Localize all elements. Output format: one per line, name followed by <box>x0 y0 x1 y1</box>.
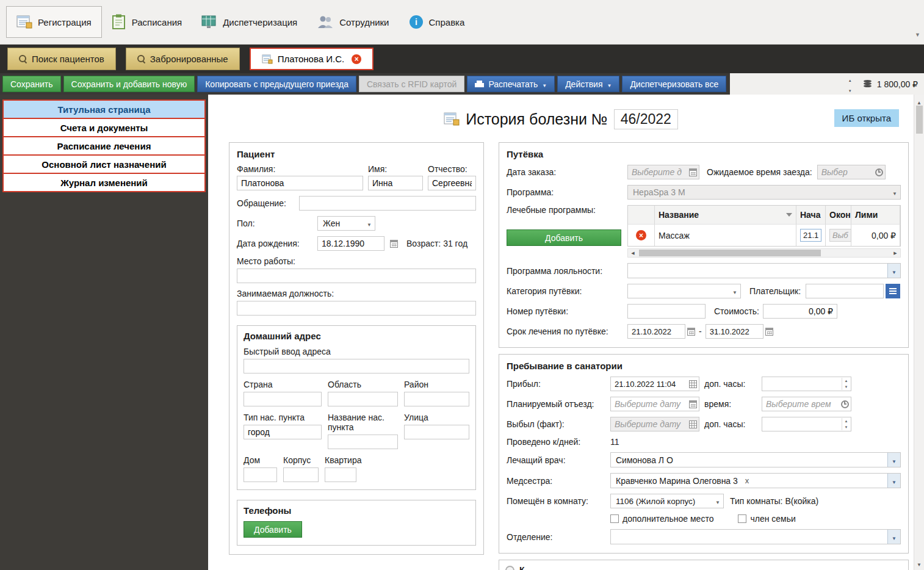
departure-time-input[interactable] <box>762 397 851 411</box>
table-horizontal-scrollbar[interactable] <box>627 248 901 258</box>
lastname-input[interactable] <box>237 176 363 190</box>
topbar-overflow-icon[interactable]: ▼ <box>915 32 920 38</box>
add-treatment-program-button[interactable]: Добавить <box>507 229 621 246</box>
print-button[interactable]: Распечатать <box>467 76 555 92</box>
stepper-up-icon[interactable] <box>842 418 850 424</box>
stepper-up-icon[interactable] <box>842 378 850 384</box>
building-input[interactable] <box>283 467 319 482</box>
workplace-input[interactable] <box>237 269 476 283</box>
chevron-down-icon[interactable] <box>887 530 900 544</box>
loyalty-program-select[interactable] <box>627 263 901 278</box>
cost-input[interactable] <box>763 304 837 319</box>
chevron-down-icon[interactable] <box>887 453 900 467</box>
apartment-input[interactable] <box>325 467 356 482</box>
tab-reserved[interactable]: Забронированные <box>126 48 240 70</box>
extra-hours-stepper[interactable] <box>762 377 851 391</box>
remove-nurse-icon[interactable]: x <box>745 476 749 485</box>
district-input[interactable] <box>404 392 469 406</box>
room-select[interactable]: 1106 (Жилой корпус) <box>610 494 724 508</box>
vertical-scrollbar[interactable] <box>914 95 924 570</box>
add-phone-button[interactable]: Добавить <box>244 521 302 538</box>
country-input[interactable] <box>244 392 322 406</box>
table-header-name[interactable]: Название <box>655 206 796 224</box>
clock-icon[interactable] <box>875 168 883 176</box>
tab-patient-search[interactable]: Поиск пациентов <box>7 48 116 70</box>
calendar-icon[interactable] <box>689 168 697 176</box>
street-input[interactable] <box>404 425 469 439</box>
order-date-input[interactable] <box>627 165 699 179</box>
close-icon[interactable] <box>352 54 361 64</box>
nav-help[interactable]: i Справка <box>399 7 475 37</box>
settlement-name-input[interactable] <box>328 435 398 449</box>
scroll-down-icon[interactable] <box>917 558 922 568</box>
stepper-down-icon[interactable] <box>842 384 850 390</box>
scroll-right-icon[interactable] <box>890 249 900 257</box>
toolbar-scroll-arrows[interactable] <box>848 74 852 94</box>
birthdate-input[interactable] <box>317 236 384 251</box>
calendar-icon[interactable] <box>765 328 773 336</box>
table-header-limit[interactable]: Лими <box>851 206 900 224</box>
scrollbar-thumb[interactable] <box>639 250 821 256</box>
save-button[interactable]: Сохранить <box>2 76 61 92</box>
sidebar-item-invoices[interactable]: Счета и документы <box>2 118 206 137</box>
sidebar-item-treatment-schedule[interactable]: Расписание лечения <box>2 136 206 156</box>
stepper-arrows[interactable] <box>842 418 850 430</box>
nav-employees[interactable]: Сотрудники <box>307 7 399 37</box>
nav-dispatch[interactable]: Диспетчеризация <box>192 7 307 37</box>
dispatch-all-button[interactable]: Диспетчеризовать все <box>622 76 726 92</box>
stepper-arrows[interactable] <box>842 378 850 390</box>
table-header-start[interactable]: Нача <box>796 206 826 224</box>
region-input[interactable] <box>328 392 398 406</box>
planned-departure-input[interactable] <box>610 397 699 411</box>
arrived-input[interactable] <box>610 377 699 391</box>
filter-icon[interactable] <box>786 213 792 217</box>
tab-patient-platonova[interactable]: Платонова И.С. <box>250 48 374 70</box>
position-input[interactable] <box>237 301 476 316</box>
arrival-time-input[interactable] <box>817 165 886 179</box>
payer-input[interactable] <box>806 284 884 298</box>
payer-lookup-icon[interactable] <box>886 284 900 298</box>
voucher-category-select[interactable] <box>627 284 741 298</box>
sidebar-item-title-page[interactable]: Титульная страница <box>2 99 206 119</box>
calendar-icon[interactable] <box>390 240 398 248</box>
nurse-select[interactable]: Кравченко Марина Олеговна 3 x <box>610 473 901 488</box>
scrollbar-thumb[interactable] <box>916 106 923 134</box>
calendar-icon[interactable] <box>687 328 695 336</box>
middlename-input[interactable] <box>428 176 476 190</box>
salutation-input[interactable] <box>299 196 476 211</box>
table-row[interactable]: Массаж 21.1 Выб 0,00 ₽ <box>628 224 900 246</box>
extra-hours-stepper[interactable] <box>762 417 851 431</box>
voucher-number-input[interactable] <box>627 304 706 319</box>
datetime-picker-icon[interactable] <box>689 380 697 388</box>
table-header-end[interactable]: Окон <box>826 206 851 224</box>
stepper-down-icon[interactable] <box>842 424 850 430</box>
sidebar-item-change-log[interactable]: Журнал изменений <box>2 173 206 192</box>
chevron-down-icon[interactable] <box>887 474 900 488</box>
quick-address-input[interactable] <box>244 359 469 373</box>
radio-icon[interactable] <box>505 566 514 570</box>
case-number-input[interactable]: 46/2022 <box>614 109 678 129</box>
department-select[interactable] <box>610 529 901 544</box>
clock-icon[interactable] <box>841 400 849 408</box>
settlement-type-input[interactable] <box>244 425 322 439</box>
copy-previous-visit-button[interactable]: Копировать с предыдущего приезда <box>197 76 356 92</box>
scroll-left-icon[interactable] <box>628 249 638 257</box>
save-and-add-button[interactable]: Сохранить и добавить новую <box>63 76 195 92</box>
firstname-input[interactable] <box>368 176 423 190</box>
start-date-cell-input[interactable]: 21.1 <box>800 229 821 242</box>
family-member-checkbox[interactable]: член семьи <box>738 514 795 524</box>
house-input[interactable] <box>244 467 277 482</box>
calendar-icon[interactable] <box>689 400 697 408</box>
nav-schedules[interactable]: Расписания <box>102 6 192 38</box>
doctor-select[interactable]: Симонова Л О <box>610 452 901 467</box>
gender-select[interactable]: Жен <box>317 216 375 231</box>
nav-registration[interactable]: Регистрация <box>6 6 102 38</box>
period-end-input[interactable] <box>706 324 763 339</box>
delete-row-icon[interactable] <box>636 230 646 240</box>
actions-button[interactable]: Действия <box>557 76 619 92</box>
scroll-up-icon[interactable] <box>917 96 922 106</box>
chevron-down-icon[interactable] <box>887 264 900 278</box>
extra-place-checkbox[interactable]: дополнительное место <box>610 514 713 524</box>
period-start-input[interactable] <box>627 324 685 339</box>
sidebar-item-prescription-sheet[interactable]: Основной лист назначений <box>2 154 206 174</box>
